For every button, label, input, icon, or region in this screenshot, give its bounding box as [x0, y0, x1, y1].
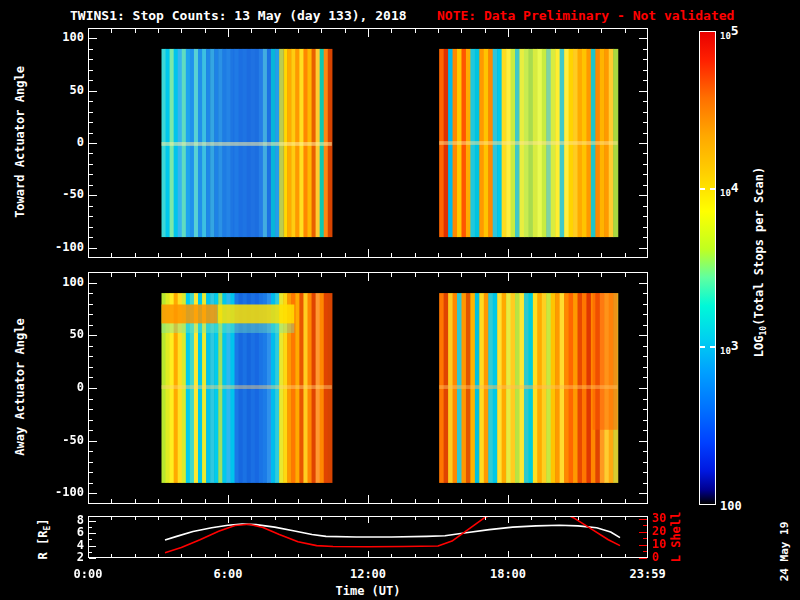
x-tick [508, 273, 509, 281]
x-tick [275, 273, 276, 277]
x-tick [321, 273, 322, 277]
x-tick [298, 517, 299, 520]
x-tick [578, 253, 579, 257]
x-tick [275, 29, 276, 33]
x-tick [601, 273, 602, 277]
x-tick [345, 554, 346, 557]
x-tick [555, 499, 556, 503]
colorbar-tick-label: 105 [720, 23, 739, 43]
x-tick [601, 499, 602, 503]
l-tick-label: 10 [652, 537, 678, 551]
y-tick [643, 420, 647, 421]
r-tick [89, 558, 96, 559]
x-tick [228, 495, 229, 503]
x-tick [461, 273, 462, 277]
x-tick [251, 554, 252, 557]
colorbar-tick-label: 103 [720, 338, 739, 358]
x-tick [531, 554, 532, 557]
x-tick [625, 253, 626, 257]
x-tick [555, 554, 556, 557]
y-tick [643, 293, 647, 294]
x-tick [508, 495, 509, 503]
x-tick [625, 29, 626, 33]
x-tick [461, 29, 462, 33]
y-tick [89, 409, 93, 410]
y-tick [89, 227, 93, 228]
y-tick [89, 174, 93, 175]
y-tick-label: 0 [40, 135, 84, 149]
x-tick [531, 253, 532, 257]
y-tick [89, 164, 93, 165]
x-tick [485, 273, 486, 277]
r-tick [89, 546, 96, 547]
x-tick [298, 253, 299, 257]
x-tick [368, 551, 369, 557]
x-tick [415, 273, 416, 277]
x-tick [228, 273, 229, 281]
x-tick [135, 29, 136, 33]
plot-date-stamp: 24 May 19 [778, 492, 791, 600]
y-tick [643, 237, 647, 238]
y-tick [89, 493, 97, 494]
x-tick [158, 29, 159, 33]
y-tick [89, 420, 93, 421]
x-tick [298, 554, 299, 557]
x-tick [251, 273, 252, 277]
x-tick [181, 499, 182, 503]
x-tick [368, 249, 369, 257]
x-tick [578, 273, 579, 277]
y-tick [89, 367, 93, 368]
x-tick [368, 273, 369, 281]
x-tick [508, 249, 509, 257]
time-axis-label: Time (UT) [308, 584, 428, 598]
x-tick [345, 29, 346, 33]
x-tick [625, 499, 626, 503]
x-tick [461, 253, 462, 257]
y-tick [639, 493, 647, 494]
x-tick [228, 249, 229, 257]
l-tick-label: 0 [652, 550, 678, 564]
r-tick [89, 521, 96, 522]
y-tick [643, 472, 647, 473]
y-tick [643, 216, 647, 217]
y-tick [643, 346, 647, 347]
y-tick [89, 441, 97, 442]
y-tick-label: 0 [40, 380, 84, 394]
y-tick [89, 462, 93, 463]
y-tick [89, 346, 93, 347]
x-tick [345, 253, 346, 257]
x-tick [298, 29, 299, 33]
y-tick-label: -50 [40, 433, 84, 447]
x-tick [158, 273, 159, 277]
y-tick [643, 399, 647, 400]
x-tick [555, 29, 556, 33]
y-tick [89, 293, 93, 294]
x-tick [158, 554, 159, 557]
x-tick [205, 499, 206, 503]
r-tick [89, 527, 92, 528]
y-tick [643, 409, 647, 410]
y-tick [89, 399, 93, 400]
y-tick-label: -100 [40, 240, 84, 254]
y-tick [89, 335, 97, 336]
x-tick [415, 29, 416, 33]
x-tick [438, 29, 439, 33]
y-tick [89, 430, 93, 431]
l-tick-label: 20 [652, 524, 678, 538]
x-tick [205, 554, 206, 557]
colorbar-tick-label: 104 [720, 180, 739, 200]
x-tick [415, 517, 416, 520]
y-tick [643, 206, 647, 207]
x-tick [485, 29, 486, 33]
l-tick [643, 538, 647, 539]
x-tick [135, 273, 136, 277]
toward-spectrogram-canvas [88, 28, 648, 258]
x-tick [391, 499, 392, 503]
y-tick [89, 314, 93, 315]
x-tick [555, 253, 556, 257]
y-tick-label: 100 [40, 30, 84, 44]
y-tick [643, 101, 647, 102]
y-tick [643, 70, 647, 71]
x-tick [555, 273, 556, 277]
x-tick [601, 554, 602, 557]
